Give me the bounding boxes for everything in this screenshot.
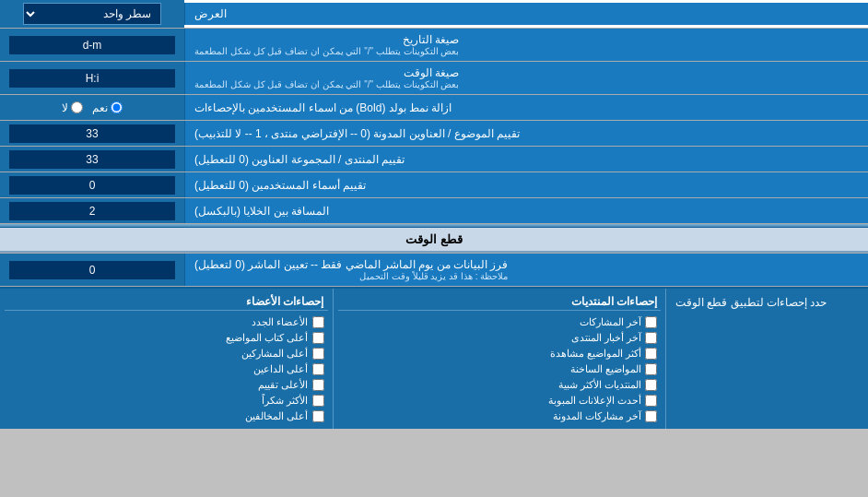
- forum-stat-label-3: المواضيع الساخنة: [570, 363, 641, 375]
- bold-remove-label: ازالة نمط بولد (Bold) من اسماء المستخدمي…: [184, 95, 868, 120]
- member-stats-col: إحصاءات الأعضاء الأعضاء الجدد أعلى كتاب …: [0, 289, 333, 429]
- realtime-section-header: قطع الوقت: [0, 228, 868, 253]
- forum-stat-check-2[interactable]: [645, 348, 657, 360]
- bold-no-radio[interactable]: [71, 101, 83, 113]
- forum-stat-item-6: آخر مشاركات المدونة: [338, 408, 662, 424]
- date-format-input-cell: [0, 29, 184, 61]
- time-format-row: صيغة الوقت بعض التكوينات يتطلب "/" التي …: [0, 62, 868, 95]
- forum-group-row: تقييم المنتدى / المجموعة العناوين (0 للت…: [0, 147, 868, 172]
- forum-stat-check-3[interactable]: [645, 363, 657, 375]
- forum-stat-label-4: المنتديات الأكثر شبية: [558, 379, 641, 391]
- gap-input[interactable]: [9, 202, 175, 220]
- display-select-cell: سطر واحدسطرانثلاثة أسطر: [0, 0, 184, 28]
- forum-stat-check-6[interactable]: [645, 410, 657, 422]
- member-stat-item-6: أعلى المخالفين: [5, 408, 328, 424]
- forum-stat-item-1: آخر أخبار المنتدى: [338, 330, 662, 346]
- member-stat-check-6[interactable]: [312, 410, 324, 422]
- member-stat-item-5: الأكثر شكراً: [5, 393, 328, 408]
- member-stat-label-4: الأعلى تقييم: [258, 379, 308, 391]
- forum-threads-row: تقييم الموضوع / العناوين المدونة (0 -- ا…: [0, 121, 868, 147]
- forum-stat-item-5: أحدث الإعلانات المبوبة: [338, 393, 662, 408]
- forum-stat-item-3: المواضيع الساخنة: [338, 361, 662, 377]
- forum-threads-label: تقييم الموضوع / العناوين المدونة (0 -- ا…: [184, 121, 868, 146]
- forum-stat-item-0: آخر المشاركات: [338, 314, 662, 330]
- display-label: العرض: [184, 3, 868, 25]
- gap-row: المسافة بين الخلايا (بالبكسل): [0, 198, 868, 224]
- member-stat-check-0[interactable]: [312, 316, 324, 328]
- date-format-label: صيغة التاريخ بعض التكوينات يتطلب "/" الت…: [184, 29, 868, 61]
- realtime-label: فرز البيانات من يوم الماشر الماضي فقط --…: [184, 254, 868, 286]
- user-names-input-cell: [0, 172, 184, 197]
- forum-stats-col: إحصاءات المنتديات آخر المشاركات آخر أخبا…: [333, 289, 666, 429]
- member-stat-check-1[interactable]: [312, 332, 324, 344]
- forum-stat-label-1: آخر أخبار المنتدى: [571, 332, 641, 344]
- time-format-input-cell: [0, 62, 184, 94]
- time-format-input[interactable]: [9, 69, 175, 88]
- member-stat-label-1: أعلى كتاب المواضيع: [226, 332, 308, 344]
- time-format-label: صيغة الوقت بعض التكوينات يتطلب "/" التي …: [184, 62, 868, 94]
- display-select[interactable]: سطر واحدسطرانثلاثة أسطر: [23, 3, 161, 25]
- realtime-section-header-row: قطع الوقت: [0, 228, 868, 254]
- display-row: العرض سطر واحدسطرانثلاثة أسطر: [0, 0, 868, 29]
- forum-stat-label-6: آخر مشاركات المدونة: [553, 410, 641, 422]
- bold-yes-radio[interactable]: [111, 101, 123, 113]
- user-names-label: تقييم أسماء المستخدمين (0 للتعطيل): [184, 172, 868, 197]
- member-stat-item-4: الأعلى تقييم: [5, 377, 328, 393]
- member-stat-check-3[interactable]: [312, 363, 324, 375]
- date-format-input[interactable]: [9, 36, 175, 54]
- member-stat-check-5[interactable]: [312, 395, 324, 407]
- member-stat-item-0: الأعضاء الجدد: [5, 314, 328, 330]
- member-stat-label-6: أعلى المخالفين: [245, 410, 308, 422]
- member-stat-label-3: أعلى الداعين: [253, 363, 308, 375]
- member-stat-check-2[interactable]: [312, 348, 324, 360]
- forum-stat-label-0: آخر المشاركات: [580, 316, 641, 328]
- forum-stat-check-0[interactable]: [645, 316, 657, 328]
- forum-stat-check-5[interactable]: [645, 395, 657, 407]
- forum-stat-check-1[interactable]: [645, 332, 657, 344]
- bold-yes-label[interactable]: نعم: [92, 101, 123, 114]
- member-stat-label-2: أعلى المشاركين: [241, 348, 308, 360]
- realtime-input[interactable]: [9, 261, 175, 279]
- realtime-input-cell: [0, 254, 184, 286]
- forum-stat-item-4: المنتديات الأكثر شبية: [338, 377, 662, 393]
- forum-stat-item-2: أكثر المواضيع مشاهدة: [338, 346, 662, 361]
- date-format-row: صيغة التاريخ بعض التكوينات يتطلب "/" الت…: [0, 29, 868, 62]
- forum-stat-label-5: أحدث الإعلانات المبوبة: [548, 395, 641, 407]
- stats-columns: إحصاءات المنتديات آخر المشاركات آخر أخبا…: [0, 289, 665, 429]
- stats-limit-label: حدد إحصاءات لتطبيق قطع الوقت: [665, 289, 868, 429]
- forum-group-label: تقييم المنتدى / المجموعة العناوين (0 للت…: [184, 147, 868, 172]
- forum-group-input-cell: [0, 147, 184, 172]
- member-stats-header: إحصاءات الأعضاء: [5, 293, 328, 311]
- main-container: العرض سطر واحدسطرانثلاثة أسطر صيغة التار…: [0, 0, 868, 429]
- forum-threads-input-cell: [0, 121, 184, 146]
- forum-stat-check-4[interactable]: [645, 379, 657, 391]
- forum-threads-input[interactable]: [9, 124, 175, 143]
- member-stat-item-2: أعلى المشاركين: [5, 346, 328, 361]
- member-stat-item-1: أعلى كتاب المواضيع: [5, 330, 328, 346]
- bottom-stats-area: حدد إحصاءات لتطبيق قطع الوقت إحصاءات الم…: [0, 287, 868, 429]
- member-stat-label-0: الأعضاء الجدد: [252, 316, 308, 328]
- gap-input-cell: [0, 198, 184, 223]
- bold-remove-radio-cell: نعم لا: [0, 95, 184, 120]
- user-names-input[interactable]: [9, 176, 175, 195]
- gap-label: المسافة بين الخلايا (بالبكسل): [184, 198, 868, 223]
- member-stat-label-5: الأكثر شكراً: [262, 395, 308, 407]
- user-names-row: تقييم أسماء المستخدمين (0 للتعطيل): [0, 172, 868, 198]
- forum-stat-label-2: أكثر المواضيع مشاهدة: [550, 348, 641, 360]
- bold-remove-row: ازالة نمط بولد (Bold) من اسماء المستخدمي…: [0, 95, 868, 121]
- member-stat-check-4[interactable]: [312, 379, 324, 391]
- forum-group-input[interactable]: [9, 150, 175, 169]
- member-stat-item-3: أعلى الداعين: [5, 361, 328, 377]
- forum-stats-header: إحصاءات المنتديات: [338, 293, 662, 311]
- bold-no-label[interactable]: لا: [62, 101, 83, 114]
- realtime-data-row: فرز البيانات من يوم الماشر الماضي فقط --…: [0, 254, 868, 287]
